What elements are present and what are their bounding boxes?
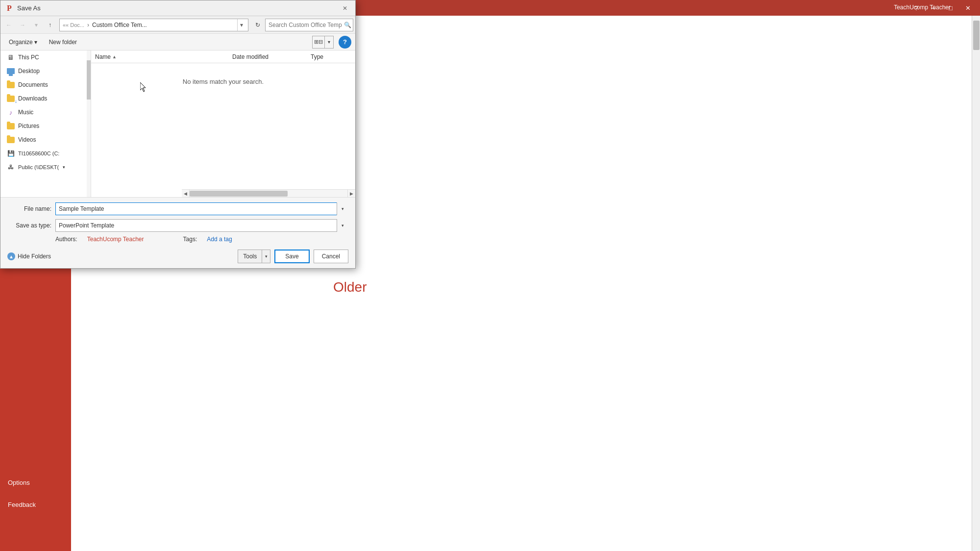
nav-item-drive-c[interactable]: 💾 TI10658600C (C:	[0, 147, 91, 160]
add-tag-link[interactable]: Add a tag	[207, 236, 232, 243]
authors-value[interactable]: TeachUcomp Teacher	[87, 236, 144, 243]
filetype-input-wrapper: PowerPoint Template ▾	[55, 219, 348, 232]
folder-nav-panel: 🖥 This PC Desktop Documents	[0, 50, 91, 197]
column-header-name[interactable]: Name ▲	[95, 53, 232, 60]
view-controls: ⊞⊟ ▾	[312, 36, 334, 49]
column-header-date[interactable]: Date modified	[232, 53, 311, 60]
content-body: No items match your search.	[91, 63, 355, 100]
documents-icon	[6, 80, 15, 89]
nav-item-videos[interactable]: Videos	[0, 133, 91, 147]
filename-row: File name: ▾	[7, 202, 348, 215]
back-button[interactable]: ←	[2, 19, 15, 31]
address-part2: Custom Office Tem...	[92, 22, 147, 28]
nav-item-documents-label: Documents	[18, 81, 48, 88]
dialog-footer: File name: ▾ Save as type: PowerPoint Te…	[0, 197, 355, 268]
scroll-track[interactable]	[190, 190, 347, 197]
filetype-select[interactable]: PowerPoint Template	[55, 219, 348, 232]
organize-label: Organize	[9, 39, 33, 46]
tags-label: Tags:	[183, 236, 197, 243]
search-icon: 🔍	[344, 22, 351, 28]
tools-button-wrapper: Tools ▾	[238, 250, 270, 263]
recent-locations-button[interactable]: ▾	[30, 19, 43, 31]
dialog-app-icon: P	[4, 3, 14, 13]
nav-item-desktop-label: Desktop	[18, 68, 40, 75]
nav-item-pictures[interactable]: Pictures	[0, 119, 91, 133]
nav-item-music-label: Music	[18, 109, 33, 116]
nav-scrollbar-thumb[interactable]	[87, 60, 91, 100]
nav-item-documents[interactable]: Documents	[0, 78, 91, 92]
nav-item-this-pc[interactable]: 🖥 This PC	[0, 50, 91, 64]
sidebar-item-options[interactable]: rPoint2016-DVD » Design Originals Option…	[0, 473, 71, 492]
cancel-button[interactable]: Cancel	[314, 250, 348, 263]
this-pc-icon: 🖥	[6, 53, 15, 62]
address-bar[interactable]: «« Doc... › Custom Office Tem... ▾	[59, 19, 248, 31]
nav-item-videos-label: Videos	[18, 136, 36, 143]
ppt-scrollbar[interactable]	[972, 16, 980, 551]
horizontal-scrollbar[interactable]: ◀ ▶	[182, 189, 355, 197]
dialog-title: Save As	[17, 4, 339, 12]
network-icon: 🖧	[6, 163, 15, 172]
dialog-action-toolbar: Organize ▾ New folder ⊞⊟ ▾ ?	[0, 34, 355, 50]
ppt-teacher-name: TeachUcomp Teacher	[894, 4, 951, 11]
scroll-left-button[interactable]: ◀	[182, 190, 190, 198]
nav-item-this-pc-label: This PC	[18, 54, 39, 61]
view-button[interactable]: ⊞⊟	[312, 36, 325, 49]
address-separator: ›	[87, 22, 89, 28]
sidebar-item-feedback[interactable]: Feedback	[0, 495, 71, 514]
filetype-label: Save as type:	[7, 222, 51, 229]
sort-arrow-icon: ▲	[112, 54, 117, 59]
content-column-headers: Name ▲ Date modified Type	[91, 50, 355, 63]
filename-label: File name:	[7, 205, 51, 212]
nav-item-desktop[interactable]: Desktop	[0, 64, 91, 78]
address-part1: «« Doc...	[63, 22, 84, 28]
view-dropdown-button[interactable]: ▾	[325, 36, 334, 49]
scroll-thumb[interactable]	[190, 191, 288, 197]
tools-button[interactable]: Tools	[238, 250, 262, 263]
nav-item-music[interactable]: ♪ Music	[0, 105, 91, 119]
dialog-titlebar: P Save As ✕	[0, 0, 355, 16]
nav-item-downloads-label: Downloads	[18, 95, 47, 102]
save-button[interactable]: Save	[274, 250, 309, 263]
dialog-nav-toolbar: ← → ▾ ↑ «« Doc... › Custom Office Tem...…	[0, 16, 355, 34]
forward-button[interactable]: →	[16, 19, 29, 31]
filename-dropdown-button[interactable]: ▾	[337, 202, 348, 215]
desktop-icon	[6, 67, 15, 75]
dialog-body: 🖥 This PC Desktop Documents	[0, 50, 355, 197]
downloads-icon: ↓	[6, 94, 15, 103]
column-header-type[interactable]: Type	[311, 53, 351, 60]
drive-c-icon: 💾	[6, 149, 15, 158]
nav-item-network[interactable]: 🖧 Public (\\DESKT( ▾	[0, 160, 91, 174]
nav-scrollbar-track[interactable]	[87, 50, 91, 197]
new-folder-button[interactable]: New folder	[44, 36, 82, 49]
no-items-message: No items match your search.	[183, 78, 264, 85]
tools-dropdown-button[interactable]: ▾	[262, 250, 270, 263]
filetype-dropdown-button[interactable]: ▾	[337, 219, 348, 232]
organize-dropdown-icon: ▾	[34, 39, 37, 46]
videos-icon	[6, 135, 15, 144]
ppt-scroll-thumb[interactable]	[973, 21, 980, 50]
ppt-close-btn[interactable]: ✕	[960, 2, 975, 13]
network-expand-icon: ▾	[63, 165, 65, 170]
help-button[interactable]: ?	[339, 36, 351, 49]
refresh-button[interactable]: ↻	[251, 19, 264, 31]
hide-folders-icon: ▲	[7, 252, 15, 260]
dialog-content-pane: Name ▲ Date modified Type No items match…	[91, 50, 355, 197]
nav-item-downloads[interactable]: ↓ Downloads	[0, 92, 91, 105]
search-input[interactable]	[269, 22, 342, 28]
nav-item-pictures-label: Pictures	[18, 123, 39, 129]
dialog-close-button[interactable]: ✕	[339, 2, 351, 15]
filetype-row: Save as type: PowerPoint Template ▾	[7, 219, 348, 232]
footer-actions: ▲ Hide Folders Tools ▾ Save Cancel	[7, 247, 348, 263]
authors-label: Authors:	[55, 236, 77, 243]
filename-input-wrapper: ▾	[55, 202, 348, 215]
search-box[interactable]: 🔍	[265, 19, 353, 31]
organize-button[interactable]: Organize ▾	[4, 36, 42, 49]
save-as-dialog: P Save As ✕ ← → ▾ ↑ «« Doc... › Custom O…	[0, 0, 356, 269]
meta-row: Authors: TeachUcomp Teacher Tags: Add a …	[7, 236, 348, 243]
up-button[interactable]: ↑	[44, 19, 56, 31]
filename-input[interactable]	[55, 202, 348, 215]
hide-folders-button[interactable]: ▲ Hide Folders	[7, 252, 51, 260]
address-dropdown-button[interactable]: ▾	[237, 19, 245, 31]
nav-item-drive-c-label: TI10658600C (C:	[18, 150, 59, 156]
scroll-right-button[interactable]: ▶	[347, 190, 355, 198]
